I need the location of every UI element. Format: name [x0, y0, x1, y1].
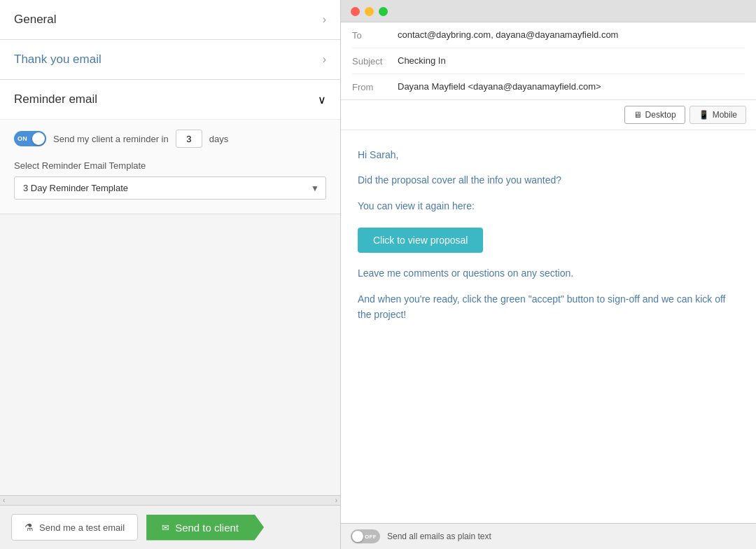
template-select[interactable]: 3 Day Reminder Template 5 Day Reminder T…: [14, 176, 326, 200]
email-subject-row: Subject Checking In: [352, 48, 745, 74]
to-value: contact@daybring.com, dayana@dayanamayfi…: [398, 29, 745, 40]
from-value: Dayana Mayfield <dayana@dayanamayfield.c…: [398, 81, 745, 92]
subject-value: Checking In: [398, 55, 745, 66]
reminder-email-header[interactable]: Reminder email ∨: [0, 80, 340, 119]
general-title: General: [14, 13, 56, 27]
send-client-label: Send to client: [175, 522, 239, 534]
template-select-wrapper: 3 Day Reminder Template 5 Day Reminder T…: [14, 176, 326, 200]
bottom-bar: ⚗ Send me a test email ✉ Send to client: [0, 505, 340, 549]
email-line2: You can view it again here:: [358, 198, 739, 214]
template-select-label: Select Reminder Email Template: [14, 160, 326, 171]
from-label: From: [352, 81, 398, 92]
reminder-email-title: Reminder email: [14, 92, 97, 106]
toggle-on-label: ON: [18, 135, 27, 142]
reminder-email-content: ON Send my client a reminder in days Sel…: [0, 119, 340, 214]
window-close-dot[interactable]: [351, 7, 360, 16]
window-maximize-dot[interactable]: [379, 7, 388, 16]
plain-text-toggle[interactable]: OFF: [351, 529, 380, 543]
plain-text-label: Send all emails as plain text: [387, 531, 491, 541]
window-minimize-dot[interactable]: [365, 7, 374, 16]
reminder-email-chevron-icon: ∨: [318, 93, 326, 106]
mobile-view-button[interactable]: 📱 Mobile: [690, 106, 746, 124]
h-scroll-right-icon[interactable]: ›: [335, 496, 337, 504]
toggle-off-knob: [352, 531, 363, 542]
horizontal-scroll-bar: ‹ ›: [0, 495, 340, 505]
general-section[interactable]: General ›: [0, 0, 340, 40]
view-toggle: 🖥 Desktop 📱 Mobile: [341, 100, 756, 130]
thank-you-email-chevron-icon: ›: [323, 53, 326, 66]
general-chevron-icon: ›: [323, 13, 326, 26]
subject-label: Subject: [352, 55, 398, 67]
to-label: To: [352, 29, 398, 41]
view-proposal-button[interactable]: Click to view proposal: [358, 228, 483, 253]
email-meta: To contact@daybring.com, dayana@dayanama…: [341, 22, 756, 100]
desktop-icon: 🖥: [634, 110, 642, 120]
toggle-knob: [32, 132, 45, 145]
test-email-icon: ⚗: [24, 522, 34, 533]
thank-you-email-title: Thank you email: [14, 53, 102, 67]
mobile-icon: 📱: [699, 110, 709, 120]
email-greeting: Hi Sarah,: [358, 147, 739, 162]
reminder-toggle[interactable]: ON: [14, 131, 46, 146]
email-line3: Leave me comments or questions on any se…: [358, 265, 739, 281]
desktop-view-button[interactable]: 🖥 Desktop: [624, 106, 685, 124]
send-icon: ✉: [162, 522, 169, 533]
reminder-days-label: days: [209, 134, 228, 144]
thank-you-email-section[interactable]: Thank you email ›: [0, 40, 340, 80]
email-from-row: From Dayana Mayfield <dayana@dayanamayfi…: [352, 74, 745, 99]
email-body: Hi Sarah, Did the proposal cover all the…: [341, 130, 756, 523]
h-scroll-left-icon[interactable]: ‹: [3, 496, 5, 504]
email-to-row: To contact@daybring.com, dayana@dayanama…: [352, 22, 745, 48]
right-panel: To contact@daybring.com, dayana@dayanama…: [341, 0, 756, 549]
mobile-label: Mobile: [713, 110, 737, 120]
left-scrollable: General › Thank you email › Reminder ema…: [0, 0, 340, 495]
reminder-toggle-row: ON Send my client a reminder in days: [14, 130, 326, 148]
window-chrome: [341, 0, 756, 22]
plain-text-bar: OFF Send all emails as plain text: [341, 523, 756, 549]
desktop-label: Desktop: [645, 110, 676, 120]
test-email-label: Send me a test email: [39, 522, 125, 533]
send-to-client-button[interactable]: ✉ Send to client: [146, 515, 264, 541]
send-test-email-button[interactable]: ⚗ Send me a test email: [11, 514, 138, 541]
toggle-off-label: OFF: [365, 534, 377, 540]
email-container: To contact@daybring.com, dayana@dayanama…: [341, 22, 756, 523]
reminder-send-text: Send my client a reminder in: [53, 134, 169, 144]
email-line1: Did the proposal cover all the info you …: [358, 172, 739, 188]
reminder-days-input[interactable]: [176, 130, 202, 148]
email-line4: And when you're ready, click the green "…: [358, 291, 739, 323]
left-panel: General › Thank you email › Reminder ema…: [0, 0, 341, 549]
reminder-email-section: Reminder email ∨ ON Send my client a rem…: [0, 80, 340, 214]
